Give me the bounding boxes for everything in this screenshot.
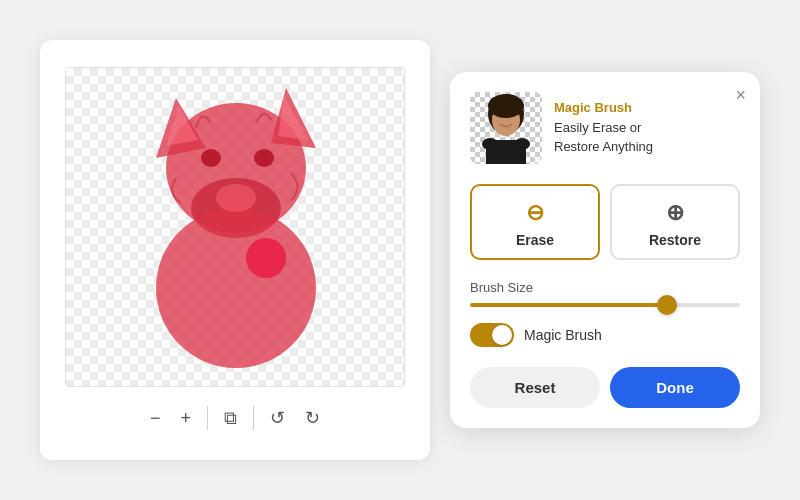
svg-point-7 [216,184,256,212]
preview-row: Magic Brush Easily Erase or Restore Anyt… [470,92,740,164]
svg-point-4 [156,208,316,368]
toggle-row: Magic Brush [470,323,740,347]
magic-brush-toggle-label: Magic Brush [524,327,602,343]
svg-point-15 [514,138,530,150]
preview-text: Magic Brush Easily Erase or Restore Anyt… [554,100,740,155]
brush-size-row: Brush Size [470,280,740,307]
svg-point-6 [254,149,274,167]
svg-point-12 [488,94,524,118]
slider-thumb[interactable] [657,295,677,315]
wolf-image [116,78,356,368]
action-buttons: Reset Done [470,367,740,408]
magic-brush-toggle[interactable] [470,323,514,347]
magic-brush-title: Magic Brush [554,100,740,115]
layers-button[interactable]: ⧉ [220,404,241,433]
toolbar-divider-2 [253,406,254,430]
brush-size-slider[interactable] [470,303,740,307]
erase-icon: ⊖ [526,200,544,226]
restore-icon: ⊕ [666,200,684,226]
dialog-panel: × [450,72,760,428]
canvas-area [65,67,405,387]
magic-brush-desc: Easily Erase or Restore Anything [554,119,740,155]
mode-buttons: ⊖ Erase ⊕ Restore [470,184,740,260]
toolbar-divider-1 [207,406,208,430]
preview-person-image [470,92,542,164]
svg-point-14 [482,138,498,150]
reset-button[interactable]: Reset [470,367,600,408]
editor-panel: − + ⧉ ↺ ↻ [40,40,430,460]
brush-size-label: Brush Size [470,280,740,295]
restore-label: Restore [649,232,701,248]
zoom-out-button[interactable]: − [146,404,165,433]
svg-point-5 [201,149,221,167]
toolbar: − + ⧉ ↺ ↻ [146,403,324,433]
preview-thumbnail [470,92,542,164]
done-button[interactable]: Done [610,367,740,408]
undo-button[interactable]: ↺ [266,403,289,433]
screen: − + ⧉ ↺ ↻ × [0,0,800,500]
zoom-in-button[interactable]: + [177,404,196,433]
restore-button[interactable]: ⊕ Restore [610,184,740,260]
erase-button[interactable]: ⊖ Erase [470,184,600,260]
erase-label: Erase [516,232,554,248]
brush-mark [246,238,286,278]
close-button[interactable]: × [735,86,746,104]
redo-button[interactable]: ↻ [301,403,324,433]
